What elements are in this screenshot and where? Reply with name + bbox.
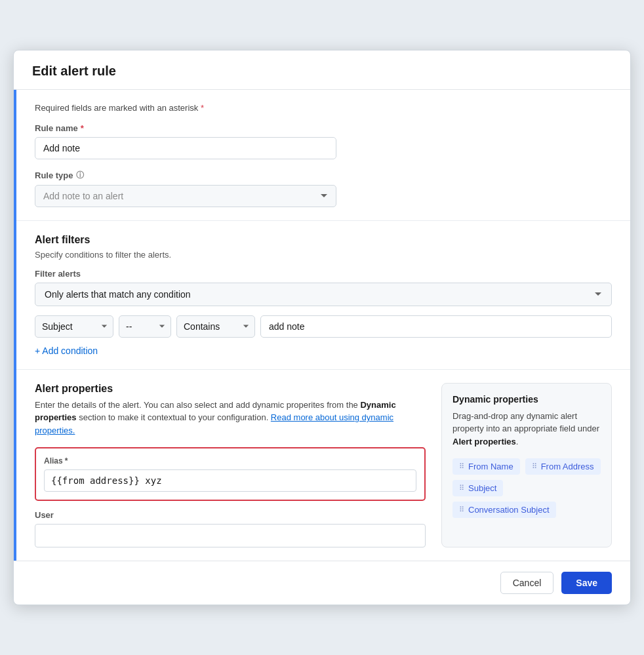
- dynamic-panel-title: Dynamic properties: [453, 394, 601, 405]
- alias-input[interactable]: [44, 469, 416, 492]
- condition-value-input[interactable]: [260, 315, 612, 338]
- save-button[interactable]: Save: [561, 572, 612, 594]
- modal-body: Required fields are marked with an aster…: [14, 90, 630, 561]
- condition-subject-select[interactable]: Subject: [35, 315, 113, 338]
- alias-label: Alias: [44, 456, 63, 466]
- properties-left: Alert properties Enter the details of th…: [35, 383, 426, 548]
- condition-dash-select[interactable]: --: [119, 315, 171, 338]
- alert-filters-section: Alert filters Specify conditions to filt…: [16, 221, 630, 370]
- alert-properties-section: Alert properties Enter the details of th…: [16, 370, 630, 561]
- drag-handle: ⠿: [459, 462, 465, 471]
- dynamic-tag-subject[interactable]: ⠿ Subject: [453, 480, 503, 496]
- edit-alert-rule-modal: Edit alert rule Required fields are mark…: [13, 50, 631, 606]
- rule-type-field: Rule type ⓘ Add note to an alert: [35, 170, 612, 207]
- rule-name-required: *: [81, 123, 84, 133]
- dynamic-tag-from-address[interactable]: ⠿ From Address: [525, 458, 601, 475]
- rule-name-label: Rule name: [35, 123, 78, 133]
- rule-type-select[interactable]: Add note to an alert: [35, 185, 336, 207]
- modal-header: Edit alert rule: [14, 50, 630, 90]
- add-condition-label: + Add condition: [35, 346, 98, 356]
- user-field: User: [35, 510, 426, 547]
- tag-label-conversation-subject: Conversation Subject: [468, 505, 550, 515]
- tag-label-from-address: From Address: [541, 462, 594, 471]
- tag-label-subject: Subject: [468, 483, 496, 493]
- tag-label-from-name: From Name: [468, 462, 513, 471]
- condition-row: Subject -- Contains: [35, 315, 612, 338]
- filter-alerts-select[interactable]: Only alerts that match any condition: [35, 283, 612, 306]
- condition-contains-select[interactable]: Contains: [176, 315, 255, 338]
- rule-type-label: Rule type: [35, 170, 73, 180]
- alias-field-wrapper: Alias *: [35, 447, 426, 501]
- modal-title: Edit alert rule: [32, 64, 612, 79]
- dynamic-panel-desc: Drag-and-drop any dynamic alert property…: [453, 410, 601, 448]
- properties-description: Enter the details of the alert. You can …: [35, 399, 426, 437]
- dynamic-tag-conversation-subject[interactable]: ⠿ Conversation Subject: [453, 502, 556, 518]
- add-condition-button[interactable]: + Add condition: [35, 346, 98, 356]
- required-note: Required fields are marked with an aster…: [35, 103, 612, 113]
- rule-name-input[interactable]: [35, 137, 336, 159]
- info-icon: ⓘ: [76, 170, 84, 181]
- alias-required: *: [65, 456, 68, 466]
- alert-filters-title: Alert filters: [35, 234, 612, 246]
- dynamic-tags-container: ⠿ From Name ⠿ From Address ⠿ Subject ⠿ C…: [453, 458, 601, 518]
- drag-handle: ⠿: [459, 484, 465, 492]
- basic-fields-section: Required fields are marked with an aster…: [16, 90, 630, 221]
- required-asterisk: *: [201, 103, 204, 113]
- modal-footer: Cancel Save: [14, 561, 630, 605]
- filter-alerts-label: Filter alerts: [35, 269, 612, 279]
- cancel-button[interactable]: Cancel: [500, 572, 554, 594]
- user-label: User: [35, 510, 426, 520]
- properties-title: Alert properties: [35, 383, 426, 395]
- drag-handle: ⠿: [532, 462, 538, 471]
- dynamic-tag-from-name[interactable]: ⠿ From Name: [453, 458, 520, 475]
- alert-filters-desc: Specify conditions to filter the alerts.: [35, 250, 612, 260]
- user-input[interactable]: [35, 524, 426, 547]
- drag-handle: ⠿: [459, 506, 465, 514]
- dynamic-properties-panel: Dynamic properties Drag-and-drop any dyn…: [441, 383, 612, 548]
- rule-name-field: Rule name *: [35, 123, 612, 159]
